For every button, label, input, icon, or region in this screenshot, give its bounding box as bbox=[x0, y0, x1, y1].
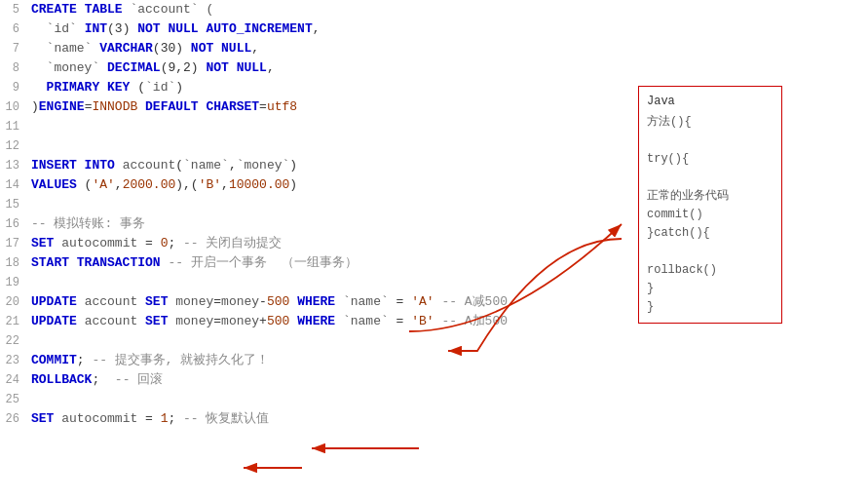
line-num-12: 12 bbox=[0, 136, 27, 156]
line-num-6: 6 bbox=[0, 19, 27, 39]
line-num-13: 13 bbox=[0, 156, 27, 175]
line-8: 8 `money` DECIMAL(9,2) NOT NULL, bbox=[0, 58, 868, 78]
annotation-line-5: 正常的业务代码 bbox=[647, 187, 774, 206]
line-num-15: 15 bbox=[0, 195, 27, 214]
annotation-line-11: } bbox=[647, 298, 774, 317]
line-num-17: 17 bbox=[0, 234, 27, 253]
line-num-14: 14 bbox=[0, 175, 27, 195]
line-content-7: `name` VARCHAR(30) NOT NULL, bbox=[27, 39, 868, 58]
line-content-5: CREATE TABLE `account` ( bbox=[27, 0, 868, 19]
line-content-25 bbox=[27, 390, 868, 409]
annotation-line-7: }catch(){ bbox=[647, 224, 774, 243]
line-22: 22 bbox=[0, 331, 868, 351]
line-num-24: 24 bbox=[0, 370, 27, 390]
line-num-18: 18 bbox=[0, 253, 27, 273]
line-num-10: 10 bbox=[0, 97, 27, 117]
line-23: 23 COMMIT; -- 提交事务, 就被持久化了！ bbox=[0, 351, 868, 370]
line-num-25: 25 bbox=[0, 390, 27, 409]
line-num-20: 20 bbox=[0, 292, 27, 312]
line-content-24: ROLLBACK; -- 回滚 bbox=[27, 370, 868, 390]
line-num-16: 16 bbox=[0, 214, 27, 234]
annotation-box: Java 方法(){ try(){ 正常的业务代码 commit() }catc… bbox=[638, 86, 782, 324]
line-num-21: 21 bbox=[0, 312, 27, 331]
line-num-7: 7 bbox=[0, 39, 27, 58]
line-24: 24 ROLLBACK; -- 回滚 bbox=[0, 370, 868, 390]
line-num-8: 8 bbox=[0, 58, 27, 78]
line-7: 7 `name` VARCHAR(30) NOT NULL, bbox=[0, 39, 868, 58]
line-content-22 bbox=[27, 331, 868, 351]
line-num-19: 19 bbox=[0, 273, 27, 292]
code-editor: 5 CREATE TABLE `account` ( 6 `id` INT(3)… bbox=[0, 0, 868, 500]
annotation-line-9: rollback() bbox=[647, 261, 774, 280]
line-content-23: COMMIT; -- 提交事务, 就被持久化了！ bbox=[27, 351, 868, 370]
annotation-line-2 bbox=[647, 132, 774, 150]
annotation-line-10: } bbox=[647, 280, 774, 298]
annotation-title: Java bbox=[647, 93, 774, 111]
line-25: 25 bbox=[0, 390, 868, 409]
line-num-11: 11 bbox=[0, 117, 27, 136]
line-26: 26 SET autocommit = 1; -- 恢复默认值 bbox=[0, 409, 868, 429]
line-content-8: `money` DECIMAL(9,2) NOT NULL, bbox=[27, 58, 868, 78]
annotation-line-1: 方法(){ bbox=[647, 113, 774, 132]
annotation-line-3: try(){ bbox=[647, 150, 774, 169]
line-content-26: SET autocommit = 1; -- 恢复默认值 bbox=[27, 409, 868, 429]
line-num-26: 26 bbox=[0, 409, 27, 429]
line-6: 6 `id` INT(3) NOT NULL AUTO_INCREMENT, bbox=[0, 19, 868, 39]
annotation-line-8 bbox=[647, 243, 774, 261]
line-content-6: `id` INT(3) NOT NULL AUTO_INCREMENT, bbox=[27, 19, 868, 39]
line-num-9: 9 bbox=[0, 78, 27, 97]
annotation-line-6: commit() bbox=[647, 206, 774, 224]
line-num-22: 22 bbox=[0, 331, 27, 351]
line-num-5: 5 bbox=[0, 0, 27, 19]
line-5: 5 CREATE TABLE `account` ( bbox=[0, 0, 868, 19]
line-num-23: 23 bbox=[0, 351, 27, 370]
annotation-line-4 bbox=[647, 169, 774, 187]
